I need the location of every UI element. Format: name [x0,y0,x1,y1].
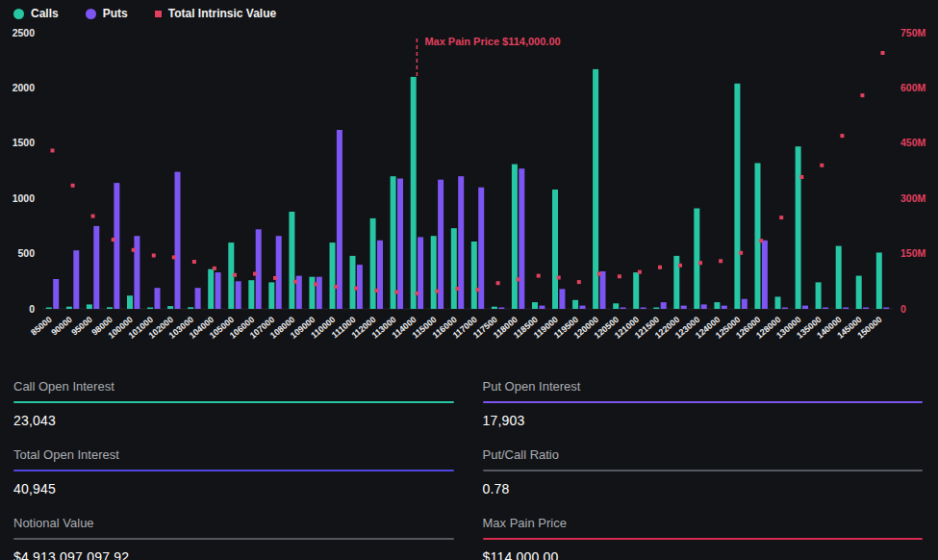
stat-value: 0.78 [483,481,924,496]
stat-underline [483,538,924,540]
intrinsic-value-series-icon [155,11,162,17]
legend-label-total-intrinsic-value: Total Intrinsic Value [168,7,276,20]
puts-series-icon [86,9,96,19]
stat-underline [13,538,454,540]
stat-underline [483,401,924,403]
calls-series-icon [13,9,24,19]
stat-call-open-interest: Call Open Interest 23,043 [13,373,454,428]
svg-text:600M: 600M [900,82,926,93]
max-pain-chart[interactable]: 050010001500200025000150M300M450M600M750… [0,0,938,364]
stat-max-pain-price: Max Pain Price $114,000.00 [483,510,924,560]
stat-label: Put/Call Ratio [483,447,924,462]
stat-value: $114,000.00 [483,549,924,560]
legend-label-calls: Calls [31,7,59,20]
stat-label: Call Open Interest [13,379,454,394]
stat-put-call-ratio: Put/Call Ratio 0.78 [483,442,924,496]
svg-text:95000: 95000 [69,315,94,338]
stat-label: Total Open Interest [13,447,454,462]
stat-value: $4,913,097,097.92 [13,549,454,560]
stat-label: Notional Value [13,516,454,530]
legend-label-puts: Puts [103,7,128,20]
stat-underline [13,401,454,403]
svg-text:300M: 300M [900,192,926,204]
stat-underline [483,470,924,471]
options-max-pain-dashboard: 050010001500200025000150M300M450M600M750… [0,0,938,560]
svg-text:Max Pain Price $114,000.00: Max Pain Price $114,000.00 [424,36,560,47]
legend-item-total-intrinsic-value[interactable]: Total Intrinsic Value [155,7,276,20]
svg-text:2500: 2500 [13,27,36,38]
stat-label: Put Open Interest [483,379,924,394]
stat-label: Max Pain Price [483,516,924,530]
svg-text:0: 0 [29,303,35,315]
svg-text:90000: 90000 [49,315,74,338]
svg-text:0: 0 [900,303,906,315]
stat-underline [13,470,454,471]
stat-value: 17,903 [483,413,924,428]
stat-notional-value: Notional Value $4,913,097,097.92 [13,510,454,560]
svg-text:450M: 450M [900,137,926,148]
svg-text:750M: 750M [900,27,926,38]
svg-text:2000: 2000 [13,82,36,93]
svg-text:500: 500 [17,247,35,259]
stat-total-open-interest: Total Open Interest 40,945 [13,442,454,496]
svg-text:150M: 150M [900,247,926,259]
stat-put-open-interest: Put Open Interest 17,903 [483,373,924,428]
stat-value: 40,945 [13,481,454,496]
legend-item-puts[interactable]: Puts [86,7,128,20]
chart-legend: Calls Puts Total Intrinsic Value [13,4,276,23]
stat-value: 23,043 [13,413,454,428]
svg-text:1000: 1000 [13,192,36,204]
legend-item-calls[interactable]: Calls [13,7,59,20]
svg-text:85000: 85000 [29,315,54,338]
svg-text:1500: 1500 [13,137,36,148]
stats-grid: Call Open Interest 23,043 Put Open Inter… [0,364,938,560]
